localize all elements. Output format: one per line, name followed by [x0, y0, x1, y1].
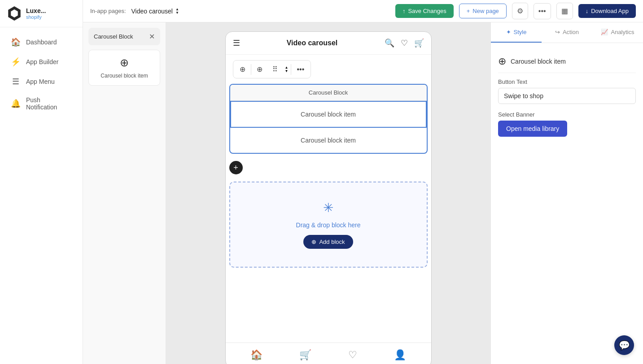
drag-drop-icon: ✳ [323, 200, 333, 215]
ellipsis-icon: ••• [538, 7, 546, 15]
page-name: Video carousel [131, 8, 173, 15]
button-text-label: Button Text [498, 78, 636, 85]
style-tab-icon: ✦ [506, 29, 511, 35]
toolbar-divider-2 [291, 64, 291, 75]
phone-header-icons: 🔍 ♡ 🛒 [385, 38, 424, 48]
footer-profile-icon[interactable]: 👤 [394, 349, 406, 361]
logo-icon [7, 6, 22, 21]
footer-home-icon[interactable]: 🏠 [250, 349, 262, 361]
tab-analytics[interactable]: 📈 Analytics [592, 22, 643, 43]
main-area: In-app pages: Video carousel ▲ ▼ ↑ Save … [83, 0, 643, 364]
push-notification-icon: 🔔 [11, 99, 21, 108]
page-selector-chevron-icon: ▲ ▼ [175, 8, 179, 15]
cart-icon[interactable]: 🛒 [414, 38, 424, 48]
download-label: Download App [591, 8, 629, 14]
toolbar-drag-btn[interactable]: ⠿ [268, 62, 282, 76]
save-label: Save Changes [408, 8, 446, 14]
sidebar-item-push-notification[interactable]: 🔔 Push Notification [3, 92, 80, 115]
tab-style[interactable]: ✦ Style [491, 22, 542, 43]
phone-header: ☰ Video carousel 🔍 ♡ 🛒 [226, 32, 431, 55]
close-carousel-block-button[interactable]: ✕ [149, 32, 155, 41]
download-icon: ↓ [586, 8, 589, 14]
save-icon: ↑ [402, 8, 406, 14]
sidebar-label-app-menu: App Menu [26, 78, 55, 85]
app-builder-icon: ⚡ [11, 57, 21, 67]
phone-frame: ☰ Video carousel 🔍 ♡ 🛒 ⊕ ⊕ ⠿ [225, 31, 432, 364]
right-panel-tabs: ✦ Style ↪ Action 📈 Analytics [491, 22, 643, 43]
search-icon[interactable]: 🔍 [385, 38, 394, 48]
sidebar-item-app-menu[interactable]: ☰ App Menu [3, 72, 80, 91]
phone-title: Video carousel [287, 39, 338, 47]
open-media-library-button[interactable]: Open media library [498, 121, 567, 137]
sidebar-label-dashboard: Dashboard [26, 39, 57, 46]
new-page-button[interactable]: + New page [459, 4, 507, 18]
carousel-block-label: Carousel Block [94, 33, 133, 40]
download-app-button[interactable]: ↓ Download App [578, 4, 636, 18]
carousel-item-1[interactable]: Carousel block item [230, 101, 427, 128]
more-options-button[interactable]: ••• [534, 3, 551, 19]
footer-cart-icon[interactable]: 🛒 [299, 349, 311, 361]
sidebar: Luxe... shopify 🏠 Dashboard ⚡ App Builde… [0, 0, 83, 364]
block-property-label: Carousel block item [511, 58, 566, 65]
select-banner-label: Select Banner [498, 111, 636, 118]
carousel-block-card[interactable]: Carousel Block ✕ [88, 28, 160, 45]
tab-action[interactable]: ↪ Action [542, 22, 592, 43]
grid-icon: ▦ [561, 7, 568, 15]
carousel-item-1-label: Carousel block item [301, 111, 356, 118]
drag-drop-text: Drag & drop block here [296, 221, 361, 229]
sidebar-label-app-builder: App Builder [26, 58, 58, 65]
logo-name: Luxe... [26, 7, 46, 14]
block-property-header: ⊕ Carousel block item [498, 50, 636, 73]
carousel-block-header: Carousel Block [230, 85, 427, 101]
carousel-block-area: Carousel Block Carousel block item Carou… [229, 84, 428, 154]
topbar: In-app pages: Video carousel ▲ ▼ ↑ Save … [83, 0, 643, 22]
button-text-input[interactable] [498, 88, 636, 104]
block-item-card[interactable]: ⊕ Carousel block item [88, 50, 160, 86]
save-changes-button[interactable]: ↑ Save Changes [395, 4, 454, 18]
toolbar-stack-btn-1[interactable]: ⊕ [235, 62, 250, 76]
toolbar-chevron-icon: ▲ ▼ [283, 66, 290, 73]
carousel-item-2-label: Carousel block item [301, 137, 356, 144]
logo-text: Luxe... shopify [26, 7, 46, 20]
hamburger-icon[interactable]: ☰ [233, 38, 240, 48]
carousel-item-card-label: Carousel block item [101, 73, 148, 79]
gear-icon: ⚙ [517, 7, 523, 15]
toolbar-divider-1 [251, 64, 251, 75]
toolbar-more-btn[interactable]: ••• [292, 63, 309, 76]
sidebar-nav: 🏠 Dashboard ⚡ App Builder ☰ App Menu 🔔 P… [0, 27, 83, 121]
action-tab-icon: ↪ [555, 29, 560, 35]
logo-sub: shopify [26, 14, 46, 20]
add-block-label: Add block [319, 238, 345, 245]
wishlist-icon[interactable]: ♡ [401, 38, 408, 48]
layout-button[interactable]: ▦ [556, 3, 573, 19]
add-block-button[interactable]: ⊕ Add block [303, 235, 353, 249]
page-selector[interactable]: Video carousel ▲ ▼ [131, 8, 179, 15]
toolbar-stack-btn-2[interactable]: ⊕ [252, 62, 267, 76]
footer-wishlist-icon[interactable]: ♡ [348, 349, 357, 361]
sidebar-item-dashboard[interactable]: 🏠 Dashboard [3, 33, 80, 52]
settings-button[interactable]: ⚙ [512, 3, 528, 19]
chat-icon: 💬 [619, 340, 630, 351]
add-block-plus-icon: ⊕ [311, 238, 316, 245]
canvas: ☰ Video carousel 🔍 ♡ 🛒 ⊕ ⊕ ⠿ [166, 22, 490, 364]
app-menu-icon: ☰ [11, 77, 21, 87]
action-tab-label: Action [563, 29, 579, 35]
analytics-tab-label: Analytics [611, 29, 634, 35]
left-panel: Carousel Block ✕ ⊕ Carousel block item [83, 22, 166, 364]
in-app-pages-label: In-app pages: [90, 8, 126, 14]
carousel-item-2[interactable]: Carousel block item [230, 128, 427, 153]
content-area: Carousel Block ✕ ⊕ Carousel block item ☰… [83, 22, 643, 364]
dashboard-icon: 🏠 [11, 37, 21, 47]
sidebar-logo[interactable]: Luxe... shopify [0, 0, 83, 27]
plus-icon: + [467, 8, 470, 14]
sidebar-label-push-notification: Push Notification [26, 96, 72, 111]
carousel-item-icon: ⊕ [120, 56, 129, 69]
block-property-icon: ⊕ [498, 56, 506, 67]
chat-button[interactable]: 💬 [614, 335, 634, 355]
add-carousel-item-button[interactable]: + [229, 161, 243, 174]
right-panel: ✦ Style ↪ Action 📈 Analytics ⊕ Carousel … [490, 22, 643, 364]
sidebar-item-app-builder[interactable]: ⚡ App Builder [3, 52, 80, 71]
right-panel-content: ⊕ Carousel block item Button Text Select… [491, 43, 643, 364]
drop-zone: ✳ Drag & drop block here ⊕ Add block [229, 182, 428, 268]
analytics-tab-icon: 📈 [601, 29, 608, 35]
